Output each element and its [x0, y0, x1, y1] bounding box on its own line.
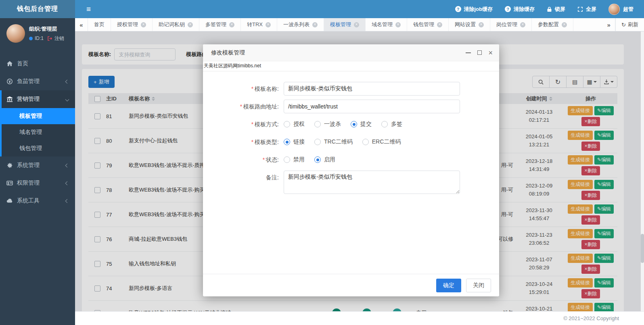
tab-模板管理[interactable]: 模板管理×	[324, 18, 366, 31]
tab-一波杀列表[interactable]: 一波杀列表×	[277, 18, 324, 31]
confirm-button[interactable]: 确定	[436, 279, 461, 292]
logout-link[interactable]: 注销	[54, 35, 64, 42]
radio-circle-icon	[381, 121, 388, 127]
radio-label: 链接	[293, 138, 305, 146]
tab-bar: « 首页授权管理×助记词私钥×多签管理×转TRX×一波杀列表×模板管理×域名管理…	[75, 18, 644, 31]
radio-circle-icon	[284, 121, 290, 127]
radio-option-禁用[interactable]: 禁用	[284, 156, 305, 163]
tab-助记词私钥[interactable]: 助记词私钥×	[153, 18, 199, 31]
modal-titlebar[interactable]: 修改模板管理 ×	[203, 44, 499, 61]
tab-close-icon[interactable]: ×	[229, 22, 234, 27]
tab-授权管理[interactable]: 授权管理×	[111, 18, 153, 31]
radio-option-多签[interactable]: 多签	[381, 121, 402, 128]
status-radio-group: 禁用启用	[284, 153, 335, 167]
tab-label: 一波杀列表	[283, 21, 309, 28]
tab-close-icon[interactable]: ×	[479, 22, 484, 27]
tab-close-icon[interactable]: ×	[520, 22, 525, 27]
close-button[interactable]: 关闭	[466, 279, 491, 292]
sidebar-item-domain-management[interactable]: 域名管理	[2, 124, 75, 140]
logout-icon[interactable]	[47, 36, 52, 41]
sidebar-user-panel: 组织:管理层 ID:1 注销	[0, 18, 75, 49]
modal-title: 修改模板管理	[211, 49, 245, 56]
field-label-route: *模板路由地址:	[203, 100, 284, 113]
radio-option-ERC二维码[interactable]: ERC二维码	[362, 138, 401, 146]
tab-label: 参数配置	[538, 21, 559, 28]
scrollbar-thumb[interactable]	[641, 234, 644, 263]
clear-job-cache-button[interactable]: ? 清除job缓存	[455, 6, 493, 13]
fullscreen-button[interactable]: 全屏	[577, 6, 596, 13]
tab-close-icon[interactable]: ×	[395, 22, 401, 27]
tab-label: 网站设置	[455, 21, 476, 28]
chevron-left-icon	[65, 181, 69, 185]
tab-首页[interactable]: 首页	[88, 18, 111, 31]
radio-circle-icon	[284, 156, 290, 163]
sidebar-group-marketing: 营销管理 模板管理 域名管理 钱包管理	[0, 90, 75, 156]
radio-option-授权[interactable]: 授权	[284, 121, 305, 128]
tab-岗位管理[interactable]: 岗位管理×	[490, 18, 532, 31]
tab-域名管理[interactable]: 域名管理×	[366, 18, 407, 31]
tab-refresh-button[interactable]: ↻ 刷新	[615, 18, 644, 31]
user-id: ID:1	[35, 35, 44, 41]
online-status-icon	[29, 37, 33, 40]
sidebar-item-permission-management[interactable]: 权限管理	[0, 174, 75, 192]
tab-网站设置[interactable]: 网站设置×	[449, 18, 490, 31]
tab-钱包管理[interactable]: 钱包管理×	[407, 18, 449, 31]
sidebar-item-system-management[interactable]: 系统管理	[0, 156, 75, 174]
chevron-left-icon	[65, 199, 69, 203]
maximize-icon[interactable]	[477, 50, 482, 55]
radio-label: 授权	[293, 121, 305, 128]
radio-option-链接[interactable]: 链接	[284, 138, 305, 146]
sidebar-toggle-icon[interactable]: ≡	[81, 5, 96, 14]
tab-label: 授权管理	[117, 21, 138, 28]
tab-参数配置[interactable]: 参数配置×	[532, 18, 573, 31]
app-window: 钱包后台管理 ≡ ? 清除job缓存 ? 清除缓存 锁屏 全屏	[0, 0, 644, 325]
radio-option-一波杀[interactable]: 一波杀	[314, 121, 341, 128]
tab-close-icon[interactable]: ×	[141, 22, 146, 27]
close-icon[interactable]: ×	[488, 49, 493, 56]
sidebar-item-wallet-management[interactable]: 钱包管理	[2, 140, 75, 156]
clear-cache-button[interactable]: ? 清除缓存	[505, 6, 535, 13]
radio-label: 多签	[391, 121, 402, 128]
fullscreen-icon	[577, 6, 583, 12]
tab-close-icon[interactable]: ×	[562, 22, 567, 27]
scrollbar[interactable]	[641, 31, 644, 311]
gear-icon	[6, 162, 13, 169]
tab-scroll-left-icon[interactable]: «	[75, 18, 88, 31]
tab-label: 模板管理	[330, 21, 351, 28]
tab-close-icon[interactable]: ×	[437, 22, 442, 27]
tab-多签管理[interactable]: 多签管理×	[199, 18, 241, 31]
cloud-icon	[6, 198, 13, 204]
chevron-left-icon	[65, 79, 69, 83]
field-label-mode: *模板方式:	[203, 117, 284, 131]
tab-label: 助记词私钥	[159, 21, 185, 28]
minimize-icon[interactable]	[466, 52, 471, 53]
username: 超管	[623, 6, 634, 13]
home-icon	[6, 60, 13, 67]
radio-option-启用[interactable]: 启用	[314, 156, 335, 163]
radio-circle-icon	[314, 156, 321, 163]
sidebar-item-fry-management[interactable]: 鱼苗管理	[0, 73, 75, 90]
tab-close-icon[interactable]: ×	[354, 22, 359, 27]
radio-label: 禁用	[293, 156, 305, 163]
bank-icon	[6, 96, 13, 102]
sidebar-item-system-tools[interactable]: 系统工具	[0, 192, 75, 210]
tab-scroll-right-icon[interactable]: »	[602, 18, 615, 31]
modal-form: *模板名称: *模板路由地址: *模板方式: 授权一波杀提交多签 *模板类型: …	[203, 71, 499, 274]
template-route-field[interactable]	[284, 100, 460, 113]
user-menu[interactable]: 超管	[608, 4, 634, 15]
idcard-icon	[6, 180, 13, 186]
radio-option-提交[interactable]: 提交	[351, 121, 372, 128]
tab-close-icon[interactable]: ×	[188, 22, 193, 27]
remark-field[interactable]: 新同步模板-类似币安钱包	[284, 171, 460, 194]
field-label-name: *模板名称:	[203, 82, 284, 96]
tab-转TRX[interactable]: 转TRX×	[241, 18, 277, 31]
tab-close-icon[interactable]: ×	[312, 22, 318, 27]
tab-close-icon[interactable]: ×	[266, 22, 271, 27]
radio-label: 启用	[324, 156, 335, 163]
sidebar-item-home[interactable]: 首页	[0, 55, 75, 73]
lock-screen-button[interactable]: 锁屏	[547, 6, 565, 13]
radio-option-TRC二维码[interactable]: TRC二维码	[314, 138, 353, 146]
sidebar-item-marketing[interactable]: 营销管理	[2, 90, 75, 108]
sidebar-item-template-management[interactable]: 模板管理	[2, 108, 75, 124]
template-name-field[interactable]	[284, 82, 460, 96]
